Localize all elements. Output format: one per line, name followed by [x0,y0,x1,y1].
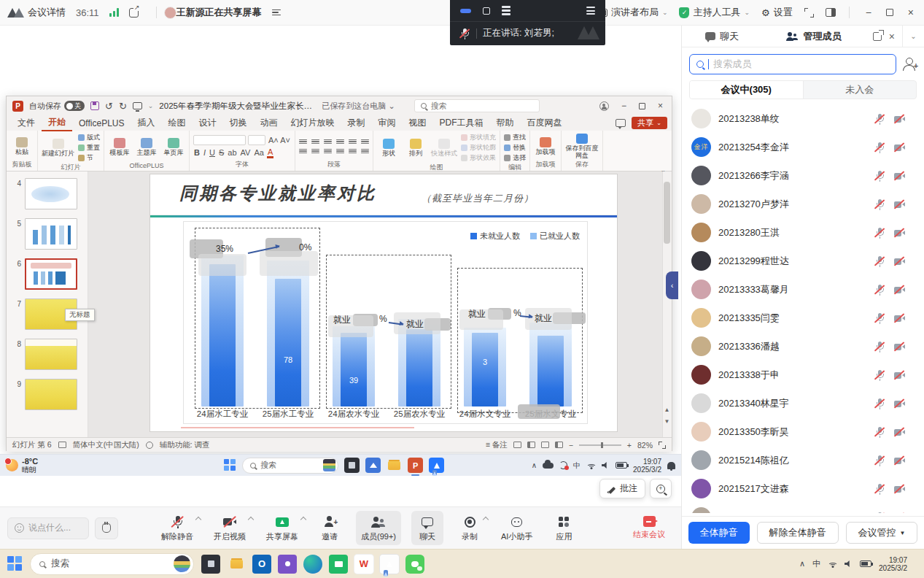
ime-indicator[interactable]: 中 [573,461,581,471]
wifi-icon[interactable] [828,560,837,568]
taskbar-search-box[interactable]: 搜索 [30,553,194,575]
member-camera-off-icon[interactable] [893,284,905,296]
member-row[interactable]: 20213336潘越 [682,332,924,361]
ppt-restore-button[interactable] [639,103,645,109]
clock[interactable]: 19:072025/3/2 [879,556,907,572]
share-window-icon[interactable] [129,8,139,18]
ppt-menu-tab[interactable]: 开始 [42,115,72,131]
comments-icon[interactable] [616,119,626,127]
ppt-menu-tab[interactable]: 设计 [192,115,222,131]
battery-icon[interactable] [860,560,871,567]
toolbar-mic-off-button[interactable]: 解除静音 [156,511,198,545]
member-mic-off-icon[interactable] [874,341,885,352]
slide-thumbnail[interactable] [25,178,77,209]
overlay-menu-icon[interactable] [502,6,510,15]
member-camera-off-icon[interactable] [893,170,905,182]
paragraph-button[interactable] [324,148,332,155]
slide-thumbnail-row[interactable]: 4 [7,176,88,216]
member-row[interactable]: 20213299程世达 [682,247,924,275]
member-row[interactable]: 20213333葛馨月 [682,275,924,304]
toolbar-apps-button[interactable]: 应用 [548,511,580,545]
member-row[interactable]: 20213335闫雯 [682,304,924,332]
close-panel-icon[interactable]: × [889,31,895,42]
overlay-minimize-icon[interactable] [460,9,471,13]
member-camera-off-icon[interactable] [893,483,905,495]
slide-thumbnail[interactable] [25,339,77,370]
powerpoint-icon[interactable]: P [408,458,423,473]
paragraph-button[interactable] [324,139,332,145]
member-list[interactable]: 20213238单纹金洋20213254李金洋20213266李宇涵202132… [682,104,924,513]
next-slide-button[interactable]: ▼ [663,417,671,427]
member-camera-off-icon[interactable] [893,341,905,352]
font-glyph-button[interactable]: ab [227,148,237,157]
wps-icon[interactable]: W [354,555,373,574]
ppt-share-button[interactable]: 共享⌄ [632,117,667,129]
chevron-icon[interactable] [300,517,306,523]
taskbar-search-box[interactable]: 搜索 [242,458,338,474]
weather-widget[interactable]: -8°C晴朗 [6,458,38,474]
paragraph-button[interactable] [299,139,307,145]
paragraph-button[interactable] [349,148,357,155]
side-panel-toggle-icon[interactable] [826,8,836,17]
zoom-in-button[interactable]: + [627,441,632,450]
zoom-level[interactable]: 82% [637,441,653,450]
member-mic-off-icon[interactable] [874,142,885,153]
paragraph-button[interactable] [349,139,357,145]
ppt-menu-tab[interactable]: 绘图 [161,115,192,131]
notes-toggle[interactable]: ≡ 备注 [486,440,508,450]
member-camera-off-icon[interactable] [893,142,905,153]
member-mic-off-icon[interactable] [874,312,885,324]
member-row[interactable]: 金洋20213254李金洋 [682,133,924,161]
slide-scrollbar[interactable]: ▲ ▼ [662,172,672,437]
ppt-menu-tab[interactable]: 视图 [402,115,432,131]
ribbon-button[interactable]: 主题库 [135,138,158,157]
mic-off-icon[interactable] [170,515,185,528]
member-mic-off-icon[interactable] [874,199,885,210]
panel-collapse-tab[interactable]: ‹ [666,271,678,299]
member-row[interactable] [682,503,924,513]
ribbon-button[interactable]: 形状填充 [461,133,496,142]
slide-thumbnail[interactable] [25,258,77,290]
font-glyph-button[interactable]: I [203,148,206,157]
restore-button[interactable] [886,9,893,16]
paragraph-button[interactable] [311,148,319,155]
slide-thumbnail[interactable] [25,379,77,410]
battery-icon[interactable] [616,462,627,469]
minimize-button[interactable]: − [863,7,874,18]
toolbar-chat-button[interactable]: 聊天 [411,511,443,545]
member-mic-off-icon[interactable] [874,512,885,514]
ribbon-button[interactable]: 快速样式 [431,139,457,158]
segment-not-joined[interactable]: 未入会 [804,81,917,99]
font-size-box[interactable] [248,135,265,145]
member-camera-off-icon[interactable] [893,512,905,514]
member-camera-off-icon[interactable] [893,113,905,125]
member-row[interactable]: 20213340林星宇 [682,389,924,417]
font-glyph-button[interactable]: A [267,147,273,158]
member-row[interactable]: 20213350李昕昊 [682,417,924,446]
member-mic-off-icon[interactable] [874,455,885,466]
member-camera-off-icon[interactable] [893,227,905,239]
member-row[interactable]: 20213266李宇涵 [682,161,924,190]
annotate-button[interactable]: 批注 [599,479,645,498]
member-search-input[interactable]: 搜索成员 [689,54,896,74]
tab-manage-members[interactable]: 管理成员 [762,30,866,43]
save-icon[interactable] [90,101,99,110]
ribbon-button[interactable]: 重置 [78,143,100,153]
unmute-all-button[interactable]: 解除全体静音 [757,522,839,544]
normal-view-icon[interactable] [513,442,521,448]
ppt-menu-tab[interactable]: 百度网盘 [520,115,568,131]
ppt-search-box[interactable]: 搜索 [414,99,540,112]
ppt-menu-tab[interactable]: 录制 [341,115,371,131]
ppt-menu-tab[interactable]: 幻灯片放映 [284,115,341,131]
ppt-menu-tab[interactable]: 帮助 [489,115,520,131]
member-mic-off-icon[interactable] [874,369,885,381]
ppt-close-button[interactable]: × [655,101,666,111]
volume-icon[interactable] [602,462,610,469]
slide-thumbnail-row[interactable]: 5 [7,216,88,256]
show-desktop-strip[interactable] [915,555,917,574]
member-camera-off-icon[interactable] [893,255,905,267]
member-row[interactable]: 20213270卢梦洋 [682,190,924,218]
mail-app-icon[interactable] [329,555,348,574]
toolbar-screen-share-button[interactable]: 共享屏幕 [261,511,303,545]
ribbon-button[interactable]: 形状 [377,139,400,158]
